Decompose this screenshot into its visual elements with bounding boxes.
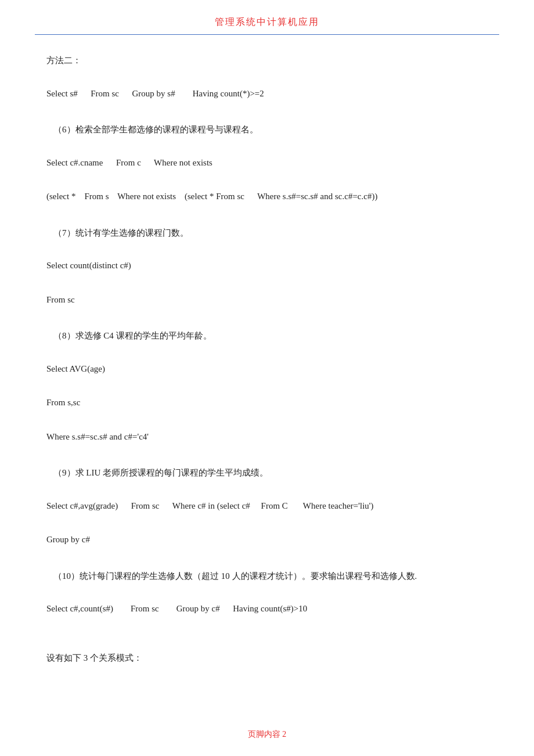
code-count-distinct: Select count(distinct c#)	[46, 257, 488, 274]
code-subquery-6: (select * From s Where not exists (selec…	[46, 188, 488, 205]
code-where-8: Where s.s#=sc.s# and c#='c4'	[46, 429, 488, 445]
footer-label: 页脚内容 2	[248, 730, 287, 739]
closing-text: 设有如下 3 个关系模式：	[46, 650, 488, 667]
method2-label: 方法二：	[46, 52, 488, 69]
note-8: （8）求选修 C4 课程的学生的平均年龄。	[53, 327, 488, 344]
code-select-s: Select s# From sc Group by s# Having cou…	[46, 85, 488, 102]
page-footer: 页脚内容 2	[0, 729, 534, 740]
page-content: 方法二： Select s# From sc Group by s# Havin…	[0, 35, 534, 704]
code-avg-age: Select AVG(age)	[46, 361, 488, 377]
note-7: （7）统计有学生选修的课程门数。	[53, 225, 488, 242]
page-header: 管理系统中计算机应用	[0, 0, 534, 35]
header-title: 管理系统中计算机应用	[215, 17, 319, 27]
note-6: （6）检索全部学生都选修的课程的课程号与课程名。	[53, 121, 488, 138]
note-9: （9）求 LIU 老师所授课程的每门课程的学生平均成绩。	[53, 465, 488, 481]
code-group-by-c: Group by c#	[46, 531, 488, 548]
code-avg-grade: Select c#,avg(grade) From sc Where c# in…	[46, 498, 488, 514]
code-from-ssc: From s,sc	[46, 394, 488, 411]
code-select-cname: Select c#.cname From c Where not exists	[46, 154, 488, 171]
note-10: （10）统计每门课程的学生选修人数（超过 10 人的课程才统计）。要求输出课程号…	[53, 568, 488, 585]
code-count-s: Select c#,count(s#) From sc Group by c# …	[46, 600, 488, 617]
code-from-sc-7: From sc	[46, 291, 488, 308]
